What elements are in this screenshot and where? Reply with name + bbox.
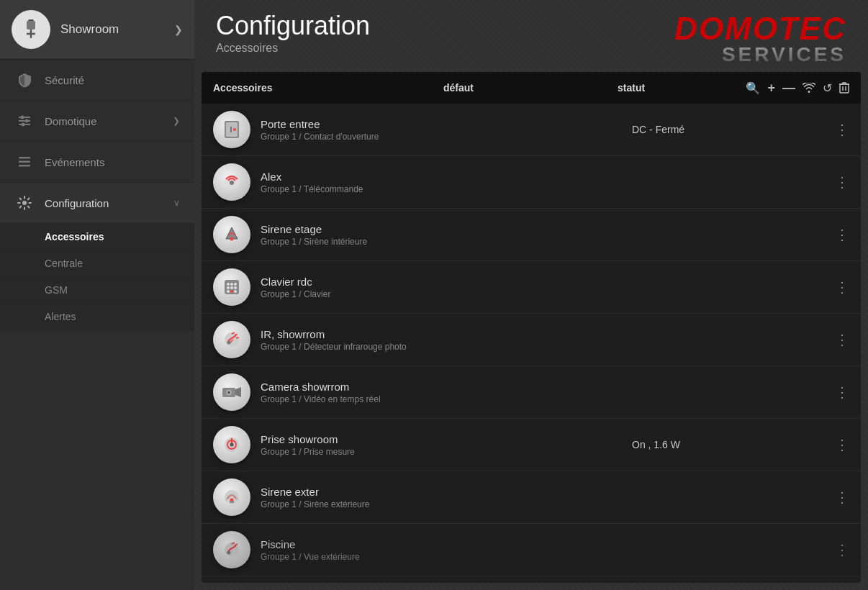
- row-name-porte-entree: Porte entree: [261, 118, 379, 130]
- row-name-sirene-etage: Sirene etage: [261, 223, 367, 235]
- search-icon[interactable]: 🔍: [746, 79, 760, 96]
- delete-icon[interactable]: [839, 79, 849, 96]
- row-more-sirene-exter[interactable]: ⋮: [820, 489, 849, 506]
- svg-point-27: [234, 283, 237, 286]
- row-more-piscine[interactable]: ⋮: [820, 541, 849, 558]
- row-status-porte-entree: DC - Fermé: [632, 124, 820, 135]
- svg-rect-14: [840, 84, 849, 93]
- table-row: Piscine Groupe 1 / Vue extérieure ⋮: [202, 524, 861, 576]
- submenu-item-gsm[interactable]: GSM: [0, 277, 194, 304]
- table-row: Sirene etage Groupe 1 / Sirène intérieur…: [202, 209, 861, 261]
- svg-point-5: [21, 116, 24, 119]
- submenu-item-centrale[interactable]: Centrale: [0, 250, 194, 277]
- nav-label-securite: Sécurité: [45, 74, 84, 86]
- row-more-alex[interactable]: ⋮: [820, 173, 849, 191]
- chevron-down-icon: ∨: [173, 198, 180, 208]
- sidebar-item-evenements[interactable]: Evénements: [0, 142, 194, 183]
- main-content: Configuration Accessoires DOMOTEC SERVIC…: [194, 0, 868, 590]
- row-more-prise-showroom[interactable]: ⋮: [820, 436, 849, 453]
- table-row: Alex Groupe 1 / Télécommande ⋮: [202, 156, 861, 209]
- svg-rect-10: [19, 157, 30, 159]
- svg-point-50: [227, 551, 231, 555]
- row-more-camera-showrrom[interactable]: ⋮: [820, 384, 849, 401]
- row-group-camera-showrrom: Groupe 1 / Vidéo en temps réel: [261, 394, 381, 404]
- brand-services: SERVICES: [722, 45, 846, 65]
- row-group-prise-showroom: Groupe 1 / Prise mesure: [261, 447, 355, 457]
- sidebar-title: Showroom: [60, 22, 164, 37]
- camera-showrrom-icon: [213, 373, 250, 411]
- brand-logo: DOMOTEC SERVICES: [674, 13, 846, 65]
- row-accessory-prise-showroom: Prise showroom Groupe 1 / Prise mesure: [213, 426, 443, 463]
- submenu-label-accessoires: Accessoires: [45, 231, 104, 242]
- header-titles: Configuration Accessoires: [216, 13, 370, 55]
- sliders-icon: [14, 111, 35, 131]
- row-more-ir-showrrom[interactable]: ⋮: [820, 331, 849, 348]
- ir-showrrom-icon: [213, 321, 250, 358]
- svg-point-9: [22, 123, 25, 127]
- col-header-status: statut: [618, 82, 792, 94]
- row-name-ir-showrrom: IR, showrrom: [261, 328, 407, 340]
- sirene-etage-icon: [213, 216, 250, 253]
- row-group-piscine: Groupe 1 / Vue extérieure: [261, 552, 360, 562]
- svg-point-28: [227, 286, 230, 289]
- submenu-label-gsm: GSM: [45, 284, 68, 296]
- sidebar-item-domotique[interactable]: Domotique ❯: [0, 101, 194, 142]
- page-title: Configuration: [216, 13, 370, 39]
- sidebar-item-configuration[interactable]: Configuration ∨: [0, 183, 194, 224]
- svg-rect-1: [27, 21, 35, 30]
- nav-label-configuration: Configuration: [45, 197, 109, 209]
- table-row: IR, showrrom Groupe 1 / Détecteur infrar…: [202, 314, 861, 366]
- sidebar-chevron-icon: ❯: [174, 24, 183, 35]
- refresh-icon[interactable]: ↺: [823, 79, 832, 96]
- nav-label-domotique: Domotique: [45, 115, 97, 127]
- svg-point-32: [230, 290, 233, 293]
- sidebar-profile[interactable]: Showroom ❯: [0, 0, 194, 60]
- row-accessory-camera-showrrom: Camera showrrom Groupe 1 / Vidéo en temp…: [213, 373, 443, 411]
- svg-point-31: [227, 290, 230, 293]
- row-accessory-ir-showrrom: IR, showrrom Groupe 1 / Détecteur infrar…: [213, 321, 443, 358]
- svg-point-45: [230, 443, 234, 447]
- table-row: Sirene exter Groupe 1 / Sirène extérieur…: [202, 471, 861, 524]
- row-accessory-alex: Alex Groupe 1 / Télécommande: [213, 163, 443, 201]
- table-header: Accessoires défaut statut 🔍 + — ↺: [202, 72, 861, 104]
- row-more-sirene-etage[interactable]: ⋮: [820, 226, 849, 243]
- row-group-ir-showrrom: Groupe 1 / Détecteur infrarouge photo: [261, 342, 407, 352]
- wifi-icon[interactable]: [803, 79, 815, 96]
- prise-showroom-icon: [213, 426, 250, 463]
- row-more-clavier-rdc[interactable]: ⋮: [820, 278, 849, 296]
- table-row: Porte entree Groupe 1 / Contact d'ouvert…: [202, 104, 861, 156]
- nav-label-evenements: Evénements: [45, 156, 104, 168]
- sirene-exter-icon: [213, 478, 250, 516]
- svg-point-7: [25, 119, 29, 123]
- brand-domotec: DOMOTEC: [674, 13, 846, 45]
- svg-point-33: [234, 290, 237, 293]
- sidebar-item-securite[interactable]: Sécurité: [0, 60, 194, 101]
- table-toolbar: 🔍 + — ↺: [792, 79, 849, 96]
- row-group-porte-entree: Groupe 1 / Contact d'ouverture: [261, 132, 379, 142]
- table-row: Clavier rdc Groupe 1 / Clavier ⋮: [202, 261, 861, 314]
- svg-point-23: [230, 237, 234, 241]
- svg-point-30: [234, 286, 237, 289]
- row-name-alex: Alex: [261, 171, 363, 183]
- add-icon[interactable]: +: [767, 79, 775, 96]
- col-header-default: défaut: [443, 82, 618, 94]
- remove-icon[interactable]: —: [782, 79, 795, 96]
- list-icon: [14, 152, 35, 172]
- row-name-prise-showroom: Prise showroom: [261, 433, 355, 445]
- row-name-sirene-exter: Sirene exter: [261, 486, 369, 498]
- svg-point-42: [227, 391, 230, 394]
- avatar: [12, 10, 50, 49]
- svg-rect-11: [19, 161, 30, 163]
- submenu-item-accessoires[interactable]: Accessoires: [0, 224, 194, 250]
- sidebar-nav: Sécurité Domotique ❯: [0, 60, 194, 590]
- row-accessory-porte-entree: Porte entree Groupe 1 / Contact d'ouvert…: [213, 111, 443, 148]
- svg-point-26: [230, 283, 233, 286]
- svg-point-29: [230, 286, 233, 289]
- row-status-prise-showroom: On , 1.6 W: [632, 439, 820, 450]
- col-header-accessory: Accessoires: [213, 82, 443, 94]
- alex-icon: [213, 163, 250, 201]
- chevron-right-icon: ❯: [173, 116, 180, 126]
- svg-point-13: [22, 201, 27, 205]
- submenu-item-alertes[interactable]: Alertes: [0, 304, 194, 330]
- row-more-porte-entree[interactable]: ⋮: [820, 121, 849, 138]
